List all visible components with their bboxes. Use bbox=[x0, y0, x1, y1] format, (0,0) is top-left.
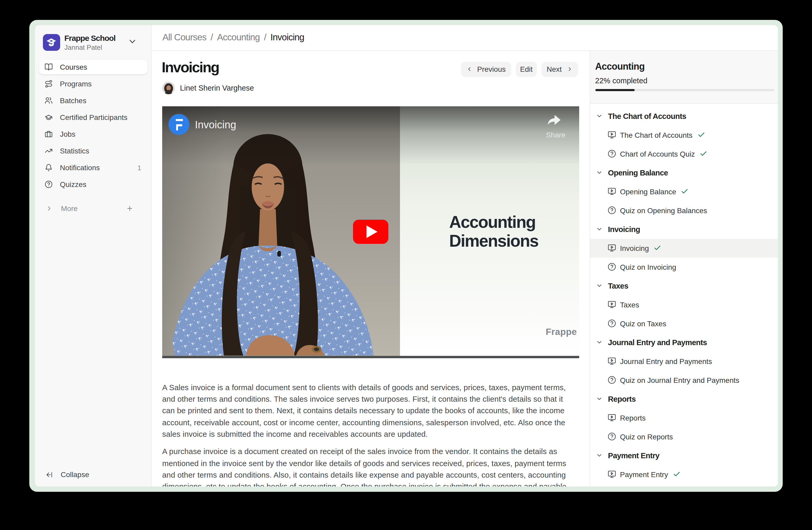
svg-text:Frappe: Frappe bbox=[546, 326, 577, 337]
svg-text:Accounting: Accounting bbox=[449, 213, 536, 232]
svg-text:Share: Share bbox=[546, 131, 566, 139]
svg-text:Invoicing: Invoicing bbox=[195, 119, 236, 130]
svg-text:Dimensions: Dimensions bbox=[449, 232, 538, 250]
